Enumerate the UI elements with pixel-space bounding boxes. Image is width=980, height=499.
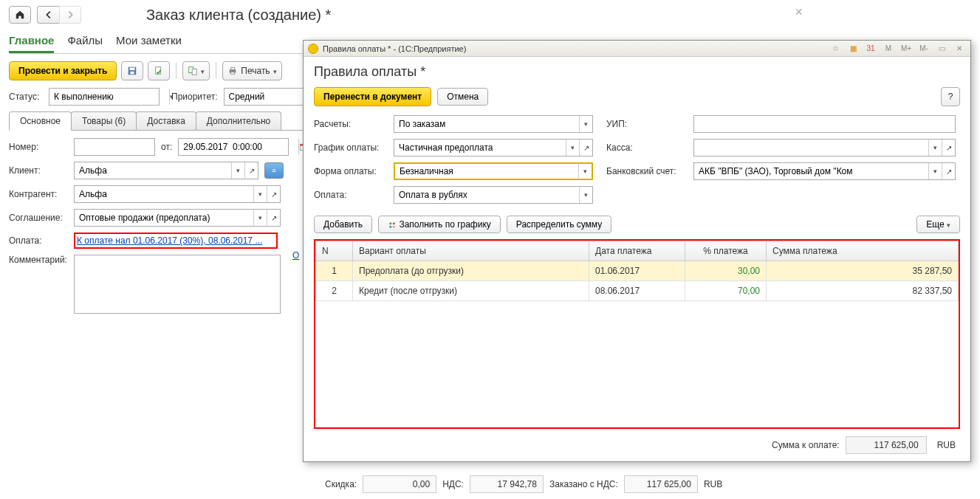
kassa-select[interactable]: ↗ [693,139,956,156]
chevron-down-icon[interactable] [169,89,174,105]
payment-link[interactable]: К оплате нал 01.06.2017 (30%), 08.06.201… [77,235,262,246]
currency-label: RUB [704,479,722,489]
agreement-input[interactable] [75,210,253,226]
chevron-down-icon[interactable] [253,186,267,202]
client-select[interactable]: ↗ [74,162,258,179]
chevron-down-icon[interactable] [566,140,579,156]
submit-close-button[interactable]: Провести и закрыть [9,61,117,80]
status-input[interactable] [49,89,169,105]
m-plus-icon[interactable]: M+ [900,43,913,55]
schedule-input[interactable] [394,140,566,156]
m-icon[interactable]: M [882,43,895,55]
fill-button[interactable]: Заполнить по графику [378,216,501,233]
th-pct[interactable]: % платежа [685,241,767,261]
o-link[interactable]: О [292,250,299,261]
client-card-icon[interactable]: ≡ [264,162,284,179]
distribute-button[interactable]: Распределить сумму [507,216,611,233]
payment-table[interactable]: N Вариант оплаты Дата платежа % платежа … [315,241,959,301]
status-label: Статус: [9,92,43,102]
agreement-select[interactable]: ↗ [74,209,281,227]
calc-input[interactable] [394,116,579,132]
chevron-down-icon[interactable] [579,187,592,203]
tab-goods[interactable]: Товары (6) [71,111,137,130]
bank-input[interactable] [694,163,928,179]
th-amt[interactable]: Сумма платежа [767,241,959,261]
open-icon[interactable]: ↗ [267,210,280,226]
print-button[interactable]: Печать [222,61,281,80]
app-logo-icon [308,44,318,54]
tab-main[interactable]: Главное [9,30,54,53]
cancel-button[interactable]: Отмена [437,88,488,106]
favorite-icon[interactable]: ☆ [829,43,842,55]
table-row[interactable]: 1 Предоплата (до отгрузки) 01.06.2017 30… [316,261,959,281]
table-row[interactable]: 2 Кредит (после отгрузки) 08.06.2017 70,… [316,281,959,301]
chevron-down-icon[interactable] [928,140,942,156]
kassa-input[interactable] [694,140,928,156]
number-field[interactable] [74,138,155,156]
open-icon[interactable]: ↗ [267,186,280,202]
pay-select[interactable] [394,186,593,204]
calc-select[interactable] [394,115,593,133]
open-icon[interactable]: ↗ [942,140,955,156]
create-based-on-button[interactable] [182,61,210,80]
status-select[interactable] [49,88,160,106]
schedule-select[interactable]: ↗ [394,139,593,156]
open-icon[interactable]: ↗ [579,140,592,156]
svg-point-11 [389,222,391,224]
forward-button[interactable] [59,6,81,24]
cell-date: 01.06.2017 [589,261,685,281]
help-button[interactable]: ? [941,87,960,106]
more-button[interactable]: Еще [916,216,960,233]
sum-currency: RUB [933,437,960,453]
date-input[interactable] [179,139,298,155]
doc-link-icon [188,66,198,76]
uip-input[interactable] [694,116,955,132]
calc-icon[interactable]: ▦ [846,43,860,55]
priority-select[interactable] [224,88,305,106]
contragent-input[interactable] [75,186,253,202]
th-n[interactable]: N [316,241,353,261]
bank-select[interactable]: ↗ [693,162,956,180]
tab-notes[interactable]: Мои заметки [116,30,182,53]
tab-files[interactable]: Файлы [67,30,103,53]
th-variant[interactable]: Вариант оплаты [353,241,589,261]
transfer-button[interactable]: Перенести в документ [314,87,431,106]
contragent-select[interactable]: ↗ [74,185,281,203]
payform-select[interactable] [394,162,593,180]
open-icon[interactable]: ↗ [942,163,955,179]
tab-delivery[interactable]: Доставка [136,111,196,130]
chevron-down-icon[interactable] [928,163,942,179]
modal-heading: Правила оплаты * [314,64,960,80]
open-icon[interactable]: ↗ [244,162,258,179]
arrow-right-icon [65,10,75,20]
add-button[interactable]: Добавить [314,216,372,233]
comment-textarea[interactable] [74,255,281,314]
payment-table-wrap: N Вариант оплаты Дата платежа % платежа … [314,239,960,429]
calendar-tb-icon[interactable]: 31 [864,43,877,55]
close-icon[interactable]: × [795,4,803,20]
th-date[interactable]: Дата платежа [589,241,685,261]
tab-additional[interactable]: Дополнительно [196,111,281,130]
tab-basic[interactable]: Основное [9,111,72,131]
svg-rect-7 [231,68,235,70]
chevron-down-icon[interactable] [579,116,592,132]
uip-field[interactable] [693,115,956,133]
minimize-icon[interactable]: ▭ [935,43,948,55]
chevron-down-icon[interactable] [253,210,267,226]
chevron-down-icon[interactable] [231,162,244,179]
number-input[interactable] [75,139,194,155]
discount-value: 0,00 [363,475,436,493]
date-field[interactable] [178,138,289,156]
payform-input[interactable] [395,163,578,179]
client-input[interactable] [75,162,231,179]
chevron-down-icon[interactable] [578,163,592,179]
client-label: Клиент: [9,165,68,176]
conduct-button[interactable] [148,61,170,80]
floppy-icon [127,66,137,76]
back-button[interactable] [37,6,59,24]
pay-input[interactable] [394,187,579,203]
close-button[interactable]: ✕ [953,43,966,55]
home-button[interactable] [9,6,31,24]
save-button[interactable] [121,61,143,80]
m-minus-icon[interactable]: M- [917,43,931,55]
